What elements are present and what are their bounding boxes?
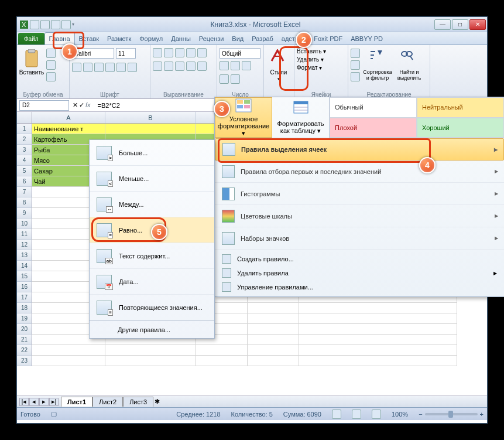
row-header[interactable]: 20	[17, 324, 32, 335]
cell[interactable]	[32, 356, 105, 366]
merge-icon[interactable]	[197, 62, 207, 71]
percent-icon[interactable]	[231, 61, 240, 70]
row-header[interactable]: 10	[17, 219, 32, 229]
between-item[interactable]: ↔Между...	[90, 192, 214, 217]
row-header[interactable]: 1	[17, 124, 32, 134]
currency-icon[interactable]	[220, 61, 229, 70]
fill-color-icon[interactable]	[116, 63, 126, 72]
border-icon[interactable]	[105, 63, 115, 72]
date-occurring-item[interactable]: 📅Дата...	[90, 269, 214, 295]
duplicate-values-item[interactable]: ≡Повторяющиеся значения...	[90, 295, 214, 320]
highlight-cells-rules-item[interactable]: Правила выделения ячеек ▶	[215, 138, 504, 161]
cell[interactable]	[196, 356, 248, 366]
save-icon[interactable]	[30, 20, 39, 29]
text-contains-item[interactable]: abТекст содержит...	[90, 243, 214, 269]
comma-icon[interactable]	[242, 61, 251, 70]
sheet-tab-1[interactable]: Лист1	[61, 397, 92, 407]
row-header[interactable]: 17	[17, 292, 32, 303]
align-middle-icon[interactable]	[164, 48, 173, 57]
cell[interactable]	[105, 124, 196, 134]
row-header[interactable]: 11	[17, 229, 32, 240]
cancel-formula-icon[interactable]: ✕	[73, 101, 78, 109]
styles-button[interactable]: Стили ▾	[266, 46, 291, 85]
cell[interactable]	[248, 324, 299, 335]
format-as-table-button[interactable]: Форматировать как таблицу ▾	[272, 97, 330, 138]
tab-home[interactable]: Главна	[44, 32, 75, 45]
tab-review[interactable]: Рецензи	[195, 33, 228, 45]
font-color-icon[interactable]	[128, 63, 137, 72]
cells-delete-button[interactable]: Удалить ▾	[297, 56, 324, 63]
less-than-item[interactable]: <Меньше...	[90, 166, 214, 192]
row-header[interactable]: 15	[17, 271, 32, 282]
font-size-combo[interactable]: 11	[116, 48, 136, 59]
row-header[interactable]: 3	[17, 145, 32, 155]
cut-icon[interactable]	[46, 49, 56, 58]
zoom-level[interactable]: 100%	[392, 411, 408, 418]
row-header[interactable]: 18	[17, 303, 32, 313]
view-pagebreak-icon[interactable]	[372, 410, 381, 419]
cell[interactable]	[299, 335, 457, 345]
fx-icon[interactable]: fx	[85, 101, 91, 109]
cell-style-good[interactable]: Хороший	[417, 118, 504, 138]
row-header[interactable]: 5	[17, 166, 32, 176]
qat-dropdown-icon[interactable]: ▾	[72, 22, 74, 27]
fill-icon[interactable]	[351, 60, 360, 70]
number-format-combo[interactable]: Общий	[220, 48, 260, 59]
align-right-icon[interactable]	[175, 62, 184, 71]
close-button[interactable]: ✕	[469, 19, 486, 30]
redo-icon[interactable]	[51, 20, 60, 29]
underline-icon[interactable]	[94, 63, 104, 72]
icon-sets-item[interactable]: Наборы значков ▶	[215, 227, 504, 250]
tab-layout[interactable]: Разметк	[103, 33, 135, 45]
undo-icon[interactable]	[40, 20, 50, 29]
macro-record-icon[interactable]: ▢	[51, 410, 57, 418]
new-rule-item[interactable]: Создать правило...	[215, 252, 504, 266]
sheet-nav-last[interactable]: ▸|	[49, 398, 59, 406]
cell[interactable]	[299, 356, 457, 366]
dec-decimal-icon[interactable]	[231, 74, 240, 84]
autosum-icon[interactable]	[351, 49, 360, 58]
row-header[interactable]: 16	[17, 282, 32, 292]
column-header[interactable]: A	[32, 112, 105, 123]
cell[interactable]	[105, 356, 196, 366]
orientation-icon[interactable]	[186, 48, 196, 57]
row-header[interactable]: 12	[17, 240, 32, 250]
cell[interactable]	[248, 345, 299, 356]
greater-than-item[interactable]: >Больше...	[90, 140, 214, 166]
sheet-nav-first[interactable]: |◂	[19, 398, 29, 406]
data-bars-item[interactable]: Гистограммы ▶	[215, 183, 504, 205]
row-header[interactable]: 7	[17, 187, 32, 197]
sort-filter-button[interactable]: Сортировка и фильтр	[362, 46, 393, 85]
align-left-icon[interactable]	[153, 62, 162, 71]
minimize-button[interactable]: —	[434, 19, 451, 30]
sheet-tab-3[interactable]: Лист3	[123, 397, 153, 407]
clear-rules-item[interactable]: Удалить правила▶	[215, 266, 504, 280]
enter-formula-icon[interactable]: ✓	[79, 101, 84, 109]
cell-style-bad[interactable]: Плохой	[330, 118, 417, 138]
top-bottom-rules-item[interactable]: Правила отбора первых и последних значен…	[215, 161, 504, 183]
row-header[interactable]: 19	[17, 313, 32, 324]
name-box[interactable]: D2	[19, 100, 69, 111]
cell-style-normal[interactable]: Обычный	[330, 97, 417, 118]
cell[interactable]: Наименование т	[32, 124, 105, 134]
row-header[interactable]: 6	[17, 176, 32, 187]
align-center-icon[interactable]	[164, 62, 173, 71]
cell[interactable]	[299, 345, 457, 356]
zoom-in-button[interactable]: +	[480, 411, 484, 418]
tab-developer[interactable]: Разраб	[248, 33, 277, 45]
cell[interactable]	[32, 345, 105, 356]
font-name-combo[interactable]: Calibri	[72, 48, 114, 59]
bold-icon[interactable]	[72, 63, 81, 72]
more-rules-item[interactable]: Другие правила...	[90, 320, 214, 338]
tab-view[interactable]: Вид	[228, 33, 248, 45]
view-normal-icon[interactable]	[332, 410, 341, 419]
copy-icon[interactable]	[46, 60, 56, 70]
cell[interactable]	[299, 324, 457, 335]
tab-data[interactable]: Данны	[167, 33, 195, 45]
align-top-icon[interactable]	[153, 48, 162, 57]
sheet-nav-next[interactable]: ▸	[39, 398, 49, 406]
row-header[interactable]: 13	[17, 250, 32, 261]
format-painter-icon[interactable]	[46, 72, 56, 81]
zoom-out-button[interactable]: −	[419, 411, 422, 418]
cell[interactable]	[196, 345, 248, 356]
